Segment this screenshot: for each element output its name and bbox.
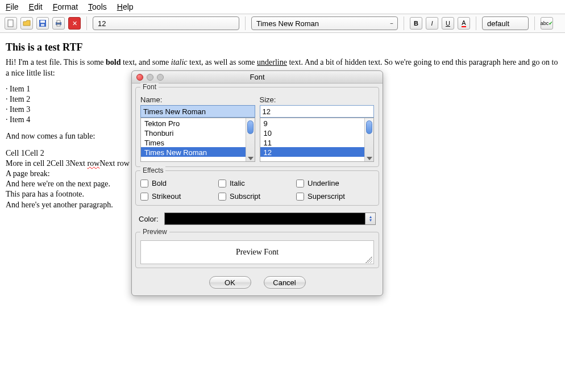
- font-size-combo[interactable]: 12: [93, 16, 239, 30]
- doc-title: This is a test RTF: [6, 41, 559, 54]
- preview-box: Preview Font: [140, 240, 374, 264]
- window-zoom-icon[interactable]: [157, 74, 164, 81]
- svg-rect-5: [57, 20, 60, 23]
- effect-label: Superscript: [308, 192, 345, 201]
- save-file-button[interactable]: [36, 17, 49, 30]
- list-item[interactable]: 12: [260, 147, 365, 157]
- checkbox[interactable]: [296, 180, 304, 187]
- font-group: Font Name: Tekton ProThonburiTimesTimes …: [135, 87, 379, 167]
- effect-label: Bold: [152, 179, 167, 187]
- list-item[interactable]: 10: [260, 128, 365, 137]
- spellcheck-button[interactable]: abc✔: [541, 17, 553, 30]
- effect-label: Underline: [308, 179, 339, 187]
- font-size-value: 12: [98, 19, 106, 28]
- style-combo[interactable]: default: [482, 16, 529, 30]
- list-item[interactable]: Times: [141, 137, 246, 147]
- cancel-button[interactable]: Cancel: [264, 276, 306, 289]
- font-name-combo[interactable]: Times New Roman: [251, 16, 398, 30]
- list-item[interactable]: Tekton Pro: [141, 118, 246, 128]
- italic-button[interactable]: I: [426, 17, 438, 30]
- menu-help[interactable]: Help: [117, 2, 134, 11]
- ok-button[interactable]: OK: [209, 276, 251, 289]
- font-color-button[interactable]: A: [458, 17, 470, 30]
- separator: [534, 16, 535, 30]
- menu-file[interactable]: File: [6, 2, 19, 11]
- list-item[interactable]: 9: [260, 118, 365, 128]
- checkbox[interactable]: [140, 180, 148, 187]
- effect-underline[interactable]: Underline: [296, 179, 374, 187]
- menubar: File Edit Format Tools Help: [0, 0, 565, 14]
- list-item[interactable]: 11: [260, 137, 365, 147]
- effect-superscript[interactable]: Superscript: [296, 192, 374, 201]
- color-stepper[interactable]: [365, 212, 376, 225]
- checkbox[interactable]: [140, 193, 148, 201]
- print-button[interactable]: [52, 17, 65, 30]
- svg-rect-2: [40, 20, 45, 23]
- svg-rect-3: [41, 24, 44, 26]
- list-item[interactable]: Times New Roman: [141, 147, 246, 157]
- menu-edit[interactable]: Edit: [29, 2, 43, 11]
- scrollbar[interactable]: [364, 118, 373, 161]
- font-dialog: Font Font Name: Tekton ProThonburiTimesT…: [131, 70, 383, 296]
- toolbar: ✕ 12 Times New Roman B I U A default abc…: [0, 14, 565, 33]
- separator: [86, 16, 87, 30]
- dialog-title: Font: [250, 73, 264, 81]
- separator: [476, 16, 476, 30]
- svg-rect-6: [57, 24, 60, 26]
- group-label: Effects: [140, 166, 165, 174]
- size-label: Size:: [260, 95, 375, 104]
- scrollbar[interactable]: [246, 118, 255, 161]
- bold-button[interactable]: B: [410, 17, 422, 30]
- font-size-list[interactable]: 9101112: [260, 118, 375, 162]
- underline-button[interactable]: U: [442, 17, 454, 30]
- dialog-titlebar[interactable]: Font: [132, 71, 383, 84]
- open-file-button[interactable]: [20, 17, 33, 30]
- svg-rect-0: [8, 20, 13, 27]
- new-file-button[interactable]: [5, 17, 17, 30]
- close-button[interactable]: ✕: [68, 17, 81, 30]
- chevron-down-icon[interactable]: [248, 157, 254, 160]
- effect-label: Subscript: [230, 192, 260, 201]
- name-label: Name:: [140, 95, 255, 104]
- effects-group: Effects BoldItalicUnderlineStrikeoutSubs…: [135, 170, 379, 206]
- color-swatch[interactable]: [164, 212, 365, 225]
- font-name-input[interactable]: [140, 105, 255, 118]
- checkbox[interactable]: [296, 193, 304, 201]
- font-name-list[interactable]: Tekton ProThonburiTimesTimes New Roman: [140, 118, 255, 162]
- color-row: Color:: [132, 209, 383, 228]
- menu-format[interactable]: Format: [53, 2, 78, 11]
- effect-italic[interactable]: Italic: [218, 179, 296, 187]
- preview-group: Preview Preview Font: [135, 232, 379, 268]
- effect-strikeout[interactable]: Strikeout: [140, 192, 218, 201]
- effect-bold[interactable]: Bold: [140, 179, 218, 187]
- preview-text: Preview Font: [236, 248, 279, 257]
- list-item[interactable]: Thonburi: [141, 128, 246, 137]
- effect-label: Italic: [230, 179, 245, 187]
- window-minimize-icon[interactable]: [147, 74, 153, 81]
- font-size-input[interactable]: [260, 105, 375, 118]
- scroll-thumb[interactable]: [247, 120, 254, 134]
- color-label: Color:: [139, 215, 159, 223]
- separator: [245, 16, 246, 30]
- window-close-icon[interactable]: [136, 74, 143, 81]
- group-label: Font: [140, 83, 159, 91]
- separator: [404, 16, 404, 30]
- chevron-down-icon[interactable]: [367, 157, 372, 160]
- effect-subscript[interactable]: Subscript: [218, 192, 296, 201]
- menu-tools[interactable]: Tools: [88, 2, 107, 11]
- group-label: Preview: [140, 228, 169, 236]
- effect-label: Strikeout: [152, 192, 181, 201]
- resize-handle[interactable]: [365, 256, 372, 263]
- font-name-value: Times New Roman: [256, 19, 319, 28]
- scroll-thumb[interactable]: [366, 120, 372, 134]
- checkbox[interactable]: [218, 180, 226, 187]
- style-value: default: [487, 19, 509, 28]
- checkbox[interactable]: [218, 193, 226, 201]
